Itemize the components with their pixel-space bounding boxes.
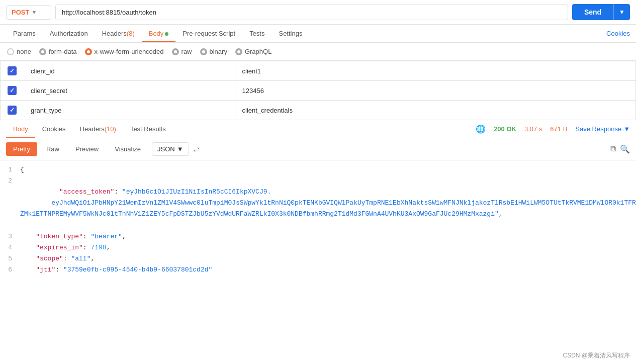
body-type-form-data[interactable]: form-data	[39, 48, 77, 55]
code-line-3: 3 "token_type": "bearer",	[0, 231, 636, 242]
body-type-urlencoded[interactable]: x-www-form-urlencoded	[85, 48, 164, 55]
send-button[interactable]: Send	[572, 4, 613, 20]
send-button-group: Send ▼	[572, 4, 630, 20]
body-type-raw[interactable]: raw	[172, 48, 192, 55]
form-table: ✓ client_id client1 ✓ client_secret 1234…	[0, 61, 636, 120]
format-tabs: Pretty Raw Preview Visualize	[6, 142, 148, 156]
filter-icon[interactable]: ⇌	[193, 144, 200, 154]
fmt-tab-pretty[interactable]: Pretty	[6, 142, 37, 156]
top-bar: POST ▼ Send ▼	[0, 0, 636, 25]
fmt-tab-raw[interactable]: Raw	[39, 142, 66, 156]
body-type-graphql[interactable]: GraphQL	[235, 48, 271, 55]
response-status-bar: 🌐 200 OK 3.07 s 671 B Save Response ▼	[476, 124, 630, 134]
body-type-bar: none form-data x-www-form-urlencoded raw…	[0, 43, 636, 61]
code-line-1: 1 {	[0, 164, 636, 175]
row2-key: client_secret	[24, 81, 235, 101]
tab-prerequest[interactable]: Pre-request Script	[175, 25, 242, 42]
radio-none	[7, 48, 14, 55]
radio-graphql	[235, 48, 242, 55]
toolbar-right-icons: ⧉ 🔍	[610, 144, 630, 154]
response-time: 3.07 s	[524, 125, 542, 133]
body-type-binary[interactable]: binary	[200, 48, 227, 55]
tab-params[interactable]: Params	[6, 25, 43, 42]
response-tab-bar: Body Cookies Headers(10) Test Results 🌐 …	[0, 120, 636, 138]
row1-key: client_id	[24, 61, 235, 81]
resp-tab-test-results[interactable]: Test Results	[123, 120, 173, 138]
body-active-dot	[165, 32, 168, 36]
globe-icon: 🌐	[476, 124, 486, 134]
row1-checkbox[interactable]: ✓	[8, 66, 17, 75]
json-format-label: JSON	[157, 145, 175, 153]
format-toolbar: Pretty Raw Preview Visualize JSON ▼ ⇌ ⧉ …	[0, 138, 636, 160]
table-row: ✓ client_id client1	[1, 61, 636, 81]
response-size: 671 B	[550, 125, 567, 133]
code-line-5: 5 "scope": "all",	[0, 253, 636, 264]
request-tab-bar: Params Authorization Headers(8) Body Pre…	[0, 25, 636, 43]
response-tabs: Body Cookies Headers(10) Test Results	[6, 120, 173, 138]
table-row: ✓ client_secret 123456	[1, 81, 636, 101]
radio-urlencoded	[85, 48, 92, 55]
method-label: POST	[12, 9, 29, 16]
cookies-link[interactable]: Cookies	[606, 25, 630, 42]
row3-key: grant_type	[24, 101, 235, 120]
method-selector[interactable]: POST ▼	[6, 5, 51, 20]
send-dropdown-button[interactable]: ▼	[613, 4, 630, 20]
resp-tab-body[interactable]: Body	[6, 120, 35, 138]
code-line-4: 4 "expires_in": 7198,	[0, 242, 636, 253]
save-response-button[interactable]: Save Response ▼	[575, 125, 630, 133]
tab-headers[interactable]: Headers(8)	[95, 25, 142, 42]
url-input[interactable]	[55, 5, 568, 20]
tab-body[interactable]: Body	[142, 25, 176, 42]
resp-tab-headers[interactable]: Headers(10)	[73, 120, 123, 138]
json-dropdown-chevron-icon: ▼	[177, 145, 184, 153]
tab-settings[interactable]: Settings	[271, 25, 309, 42]
save-response-chevron-icon: ▼	[623, 125, 630, 133]
tab-tests[interactable]: Tests	[242, 25, 271, 42]
request-tabs: Params Authorization Headers(8) Body Pre…	[6, 25, 309, 42]
table-row: ✓ grant_type client_credentials	[1, 101, 636, 120]
tab-authorization[interactable]: Authorization	[43, 25, 95, 42]
json-format-dropdown[interactable]: JSON ▼	[152, 142, 189, 156]
code-line-6: 6 "jti": "3759e0fb-c995-4540-b4b9-660378…	[0, 264, 636, 276]
status-badge: 200 OK	[494, 125, 516, 133]
code-area: 1 { 2 "access_token": "eyJhbGciOiJIUzI1N…	[0, 160, 636, 280]
body-type-none[interactable]: none	[7, 48, 31, 55]
row1-value: client1	[235, 61, 636, 81]
fmt-tab-visualize[interactable]: Visualize	[108, 142, 148, 156]
radio-raw	[172, 48, 179, 55]
fmt-tab-preview[interactable]: Preview	[68, 142, 106, 156]
method-chevron-icon: ▼	[31, 9, 37, 15]
row2-value: 123456	[235, 81, 636, 101]
copy-icon[interactable]: ⧉	[610, 144, 616, 154]
radio-binary	[200, 48, 207, 55]
code-line-2: 2 "access_token": "eyJhbGciOiJIUzI1NiIsI…	[0, 175, 636, 231]
search-icon[interactable]: 🔍	[620, 144, 630, 154]
resp-tab-cookies[interactable]: Cookies	[35, 120, 73, 138]
row3-checkbox[interactable]: ✓	[8, 106, 17, 115]
radio-form-data	[39, 48, 46, 55]
row2-checkbox[interactable]: ✓	[8, 86, 17, 95]
row3-value: client_credentials	[235, 101, 636, 120]
